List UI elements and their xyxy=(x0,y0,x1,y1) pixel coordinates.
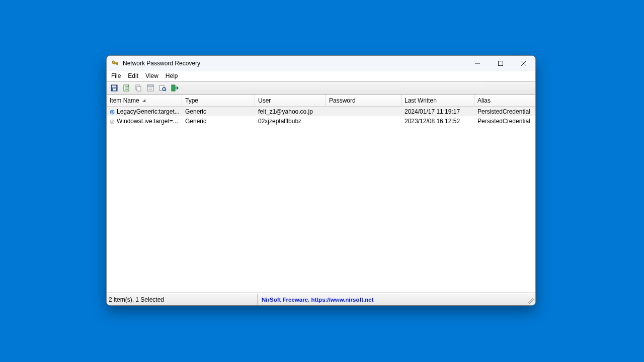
cell-type: Generic xyxy=(182,116,255,126)
cell-user: felt_z1@yahoo.co.jp xyxy=(255,107,326,116)
menu-edit[interactable]: Edit xyxy=(124,71,142,80)
resize-grip-icon[interactable] xyxy=(528,298,534,304)
cell-item-text: LegacyGeneric:target... xyxy=(117,108,180,115)
column-item-name[interactable]: Item Name ◢ xyxy=(107,95,182,106)
cell-item-text: WindowsLive:target=... xyxy=(117,118,178,125)
menu-file[interactable]: File xyxy=(108,71,124,80)
toolbar xyxy=(107,81,535,95)
refresh-icon[interactable] xyxy=(121,82,132,94)
column-password[interactable]: Password xyxy=(326,95,401,106)
app-icon xyxy=(111,59,119,67)
close-button[interactable] xyxy=(512,56,535,71)
svg-rect-9 xyxy=(137,86,141,91)
column-last-written[interactable]: Last Written xyxy=(401,95,474,106)
globe-icon xyxy=(110,109,115,114)
cell-alias: PersistedCredential xyxy=(474,107,535,116)
status-link[interactable]: NirSoft Freeware. https://www.nirsoft.ne… xyxy=(258,294,535,305)
cell-password xyxy=(326,116,401,126)
status-count: 2 item(s), 1 Selected xyxy=(107,294,258,305)
table-row[interactable]: WindowsLive:target=...Generic02xjzeptalf… xyxy=(107,116,535,126)
title-bar[interactable]: Network Password Recovery xyxy=(107,56,535,71)
save-icon[interactable] xyxy=(109,82,120,94)
minimize-button[interactable] xyxy=(466,56,489,71)
menu-bar: File Edit View Help xyxy=(107,71,535,81)
cell-last-written: 2023/12/08 16:12:52 xyxy=(401,116,474,126)
grid-header: Item Name ◢ Type User Password Last Writ… xyxy=(107,95,535,107)
maximize-button[interactable] xyxy=(489,56,512,71)
svg-rect-6 xyxy=(113,88,116,90)
grid: Item Name ◢ Type User Password Last Writ… xyxy=(107,95,535,293)
cell-password xyxy=(326,107,401,116)
cell-item-name: WindowsLive:target=... xyxy=(107,116,182,126)
svg-rect-14 xyxy=(172,85,175,91)
cell-item-name: LegacyGeneric:target... xyxy=(107,107,182,116)
grid-body[interactable]: LegacyGeneric:target...Genericfelt_z1@ya… xyxy=(107,107,535,293)
find-icon[interactable] xyxy=(157,82,168,94)
cell-alias: PersistedCredential xyxy=(474,116,535,126)
svg-rect-11 xyxy=(147,85,153,86)
menu-help[interactable]: Help xyxy=(162,71,182,80)
globe-icon xyxy=(110,119,115,124)
svg-rect-3 xyxy=(499,61,503,66)
column-user[interactable]: User xyxy=(255,95,326,106)
cell-last-written: 2024/01/17 11:19:17 xyxy=(401,107,474,116)
exit-icon[interactable] xyxy=(169,82,180,94)
svg-rect-5 xyxy=(112,85,116,87)
properties-icon[interactable] xyxy=(145,82,156,94)
column-type[interactable]: Type xyxy=(182,95,255,106)
table-row[interactable]: LegacyGeneric:target...Genericfelt_z1@ya… xyxy=(107,107,535,116)
cell-user: 02xjzeptalflbubz xyxy=(255,116,326,126)
app-window: Network Password Recovery File Edit View… xyxy=(106,55,536,306)
column-alias[interactable]: Alias xyxy=(474,95,535,106)
cell-type: Generic xyxy=(182,107,255,116)
column-item-label: Item Name xyxy=(110,97,139,104)
menu-view[interactable]: View xyxy=(142,71,162,80)
status-bar: 2 item(s), 1 Selected NirSoft Freeware. … xyxy=(107,293,535,305)
window-title: Network Password Recovery xyxy=(123,60,200,67)
svg-rect-2 xyxy=(117,63,118,65)
sort-indicator-icon: ◢ xyxy=(142,98,145,103)
copy-icon[interactable] xyxy=(133,82,144,94)
